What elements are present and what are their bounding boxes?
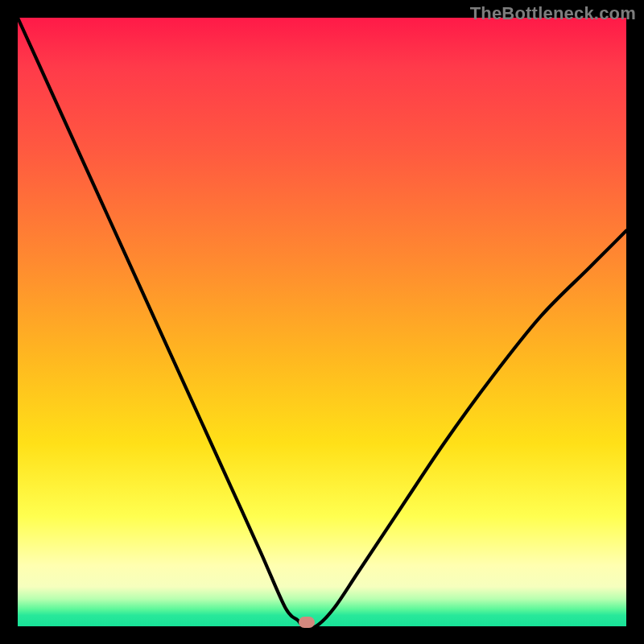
optimal-point-marker (299, 617, 315, 628)
watermark-text: TheBottleneck.com (470, 3, 636, 24)
bottleneck-curve (18, 18, 626, 626)
chart-frame: TheBottleneck.com (0, 0, 644, 644)
plot-area (18, 18, 626, 626)
